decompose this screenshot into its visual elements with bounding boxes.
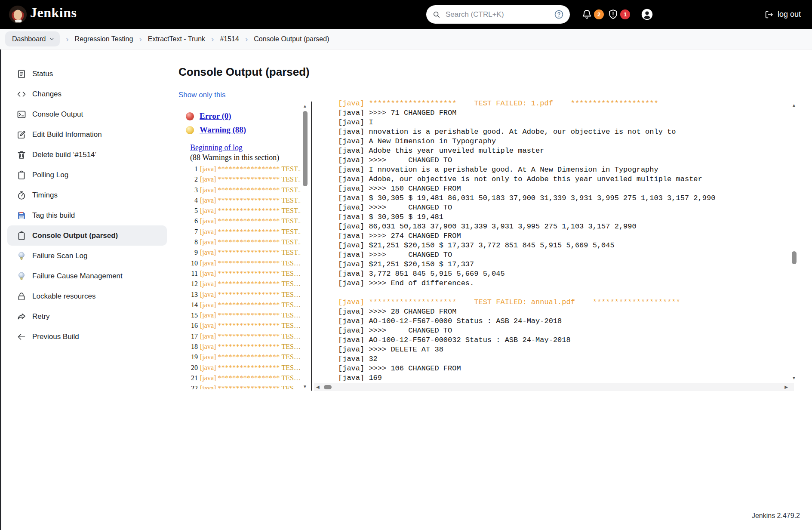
- show-only-this-link[interactable]: Show only this: [178, 91, 226, 99]
- warning-tail: TES…: [282, 374, 301, 382]
- breadcrumb-item-console-output-parsed[interactable]: Console Output (parsed): [254, 35, 329, 43]
- warning-tag: [java]: [200, 353, 216, 361]
- console-line: [java] I: [314, 118, 789, 127]
- sidebar-item-failure-scan-log[interactable]: Failure Scan Log: [7, 246, 167, 266]
- warning-tail: TES…: [282, 364, 301, 371]
- console-horizontal-scrollbar[interactable]: ◀ ▶: [314, 383, 794, 391]
- beginning-of-log-link[interactable]: Beginning of log: [190, 143, 243, 152]
- warning-tag: [java]: [200, 228, 216, 235]
- warning-tag: [java]: [200, 364, 216, 371]
- sidebar-item-retry[interactable]: Retry: [7, 306, 167, 327]
- console-output-area: [java] ******************** TEST FAILED:…: [314, 99, 789, 383]
- warning-tail: TEST…: [282, 249, 301, 256]
- user-menu-button[interactable]: [641, 0, 653, 29]
- warning-list-item[interactable]: 13[java] ***************** TES…: [189, 290, 301, 300]
- warning-list-scrollbar[interactable]: ▲ ▼: [301, 102, 309, 391]
- sidebar-item-status[interactable]: Status: [7, 64, 167, 84]
- breadcrumb-item-extracttext-trunk[interactable]: ExtractText - Trunk: [148, 35, 205, 43]
- warning-tag: [java]: [200, 311, 216, 319]
- warning-tag: [java]: [200, 385, 216, 389]
- sidebar-item-failure-cause-management[interactable]: Failure Cause Management: [7, 266, 167, 286]
- jenkins-logo[interactable]: [9, 5, 27, 24]
- scrollbar-thumb[interactable]: [792, 251, 797, 264]
- sidebar-item-previous-build[interactable]: Previous Build: [7, 327, 167, 347]
- breadcrumb-dashboard[interactable]: Dashboard: [5, 31, 60, 46]
- warning-list-item[interactable]: 18[java] ***************** TES…: [189, 342, 301, 352]
- help-icon[interactable]: [554, 9, 564, 19]
- warning-tag: [java]: [200, 291, 216, 298]
- bulb-icon: [16, 271, 27, 282]
- warning-list-item[interactable]: 4[java] ***************** TEST…: [189, 195, 301, 206]
- sidebar-item-console-output[interactable]: Console Output: [7, 104, 167, 124]
- sidebar-item-lockable-resources[interactable]: Lockable resources: [7, 286, 167, 306]
- warning-tag: [java]: [200, 322, 216, 329]
- warning-tail: TEST…: [282, 217, 301, 225]
- warning-list-item[interactable]: 2[java] ***************** TEST…: [189, 174, 301, 185]
- sidebar-item-tag-this-build[interactable]: Tag this build: [7, 205, 167, 225]
- breadcrumb-item-regression-testing[interactable]: Regression Testing: [75, 35, 133, 43]
- warning-list-item[interactable]: 7[java] ***************** TEST…: [189, 227, 301, 237]
- warning-summary-row[interactable]: Warning (88): [186, 125, 301, 135]
- warning-list-item[interactable]: 11[java] ***************** TES…: [189, 268, 301, 279]
- warning-list-item[interactable]: 17[java] ***************** TES…: [189, 331, 301, 342]
- sidebar-item-delete-build-1514[interactable]: Delete build ‘#1514’: [7, 145, 167, 165]
- warning-list-item[interactable]: 14[java] ***************** TES…: [189, 300, 301, 310]
- warning-list-item[interactable]: 1[java] ***************** TEST…: [189, 164, 301, 174]
- warning-tag: [java]: [200, 176, 216, 183]
- warning-list-item[interactable]: 16[java] ***************** TES…: [189, 320, 301, 331]
- warning-tag: [java]: [200, 186, 216, 194]
- sidebar-item-polling-log[interactable]: Polling Log: [7, 165, 167, 185]
- warning-list-item[interactable]: 6[java] ***************** TEST…: [189, 216, 301, 226]
- warning-stars: *****************: [218, 207, 280, 214]
- breadcrumb-item-1514[interactable]: #1514: [220, 35, 239, 43]
- warning-tail: TES…: [282, 385, 301, 389]
- warning-list-item[interactable]: 12[java] ***************** TES…: [189, 279, 301, 289]
- warning-list-item[interactable]: 20[java] ***************** TES…: [189, 363, 301, 373]
- warning-list-item[interactable]: 5[java] ***************** TEST…: [189, 206, 301, 216]
- parsed-console-panel: Console Output (parsed) Show only this E…: [178, 56, 301, 389]
- warning-stars: *****************: [218, 374, 280, 382]
- search-input[interactable]: [445, 10, 554, 19]
- scroll-up-arrow-icon[interactable]: ▲: [303, 104, 307, 108]
- warning-number: 6: [189, 216, 198, 226]
- scroll-down-arrow-icon[interactable]: ▼: [303, 385, 307, 389]
- sidebar-item-changes[interactable]: Changes: [7, 84, 167, 104]
- scroll-left-arrow-icon[interactable]: ◀: [316, 385, 320, 389]
- notifications-button[interactable]: [581, 0, 593, 29]
- sidebar-item-edit-build-information[interactable]: Edit Build Information: [7, 124, 167, 145]
- logout-icon: [764, 10, 774, 19]
- scroll-right-arrow-icon[interactable]: ▶: [784, 385, 788, 389]
- warning-list-item[interactable]: 22[java] ***************** TES…: [189, 383, 301, 389]
- sidebar-item-label: Timings: [32, 191, 58, 200]
- console-line: [java] ******************** TEST FAILED:…: [314, 99, 789, 108]
- sidebar-item-label: Retry: [32, 312, 50, 321]
- security-badge[interactable]: 1: [620, 9, 630, 19]
- brand-title[interactable]: Jenkins: [30, 5, 77, 21]
- sidebar-item-console-output-parsed[interactable]: Console Output (parsed): [7, 225, 167, 246]
- scrollbar-thumb[interactable]: [303, 111, 308, 186]
- security-button[interactable]: [607, 0, 619, 29]
- search-box: [426, 5, 570, 24]
- warning-list-item[interactable]: 9[java] ***************** TEST…: [189, 247, 301, 258]
- logout-button[interactable]: log out: [764, 0, 801, 29]
- warning-list-item[interactable]: 10[java] ***************** TES…: [189, 258, 301, 268]
- error-summary-row[interactable]: Error (0): [186, 111, 301, 121]
- warning-list-item[interactable]: 3[java] ***************** TEST…: [189, 185, 301, 195]
- scrollbar-thumb[interactable]: [324, 385, 332, 389]
- warning-link[interactable]: Warning (88): [200, 125, 246, 135]
- warning-list-item[interactable]: 21[java] ***************** TES…: [189, 373, 301, 383]
- console-line: [java] ******************** TEST FAILED:…: [314, 298, 789, 307]
- scroll-down-arrow-icon[interactable]: ▼: [792, 376, 796, 380]
- warning-stars: *****************: [218, 343, 280, 350]
- scroll-up-arrow-icon[interactable]: ▲: [792, 103, 796, 108]
- notification-badge[interactable]: 2: [594, 9, 604, 19]
- console-vertical-scrollbar[interactable]: ▲ ▼: [791, 102, 798, 382]
- changes-icon: [16, 89, 27, 100]
- breadcrumb-dashboard-label: Dashboard: [12, 35, 46, 43]
- warning-list-item[interactable]: 15[java] ***************** TES…: [189, 310, 301, 320]
- panel-divider: [311, 102, 312, 391]
- sidebar-item-timings[interactable]: Timings: [7, 185, 167, 205]
- warning-list-item[interactable]: 8[java] ***************** TEST…: [189, 237, 301, 247]
- warning-list-item[interactable]: 19[java] ***************** TES…: [189, 352, 301, 362]
- error-link[interactable]: Error (0): [200, 111, 231, 121]
